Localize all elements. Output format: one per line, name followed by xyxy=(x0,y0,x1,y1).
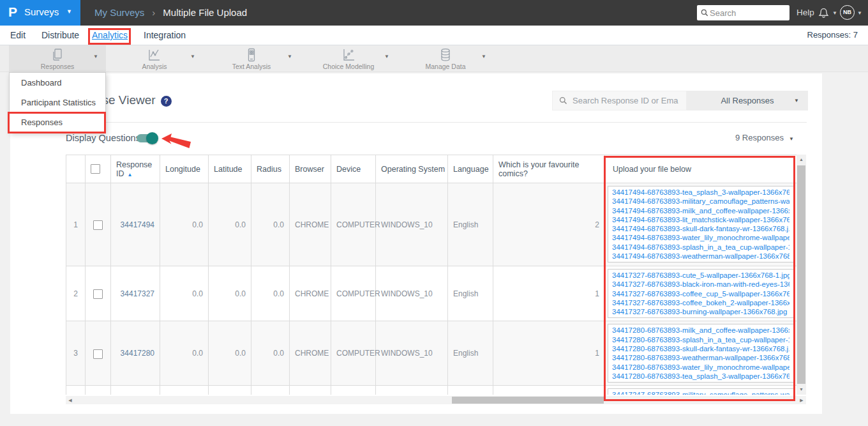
surveys-menu-button[interactable]: P Surveys ▼ xyxy=(0,0,80,26)
response-filter-dropdown[interactable]: All Responses ▼ xyxy=(687,91,808,110)
breadcrumb-my-surveys[interactable]: My Surveys xyxy=(94,7,144,18)
row-checkbox[interactable] xyxy=(93,220,103,230)
product-label: Surveys xyxy=(24,6,59,17)
scroll-up-icon[interactable]: ▲ xyxy=(797,155,806,165)
chevron-down-icon[interactable]: ▼ xyxy=(857,10,862,16)
toolbar-label: Responses xyxy=(9,63,106,70)
tab-integration[interactable]: Integration xyxy=(144,26,186,45)
file-link[interactable]: 34417280-68763893-skull-dark-fantasy-wr-… xyxy=(612,344,789,353)
row-checkbox-cell xyxy=(86,386,111,395)
browser-cell: CHROME xyxy=(290,321,331,386)
column-header-device[interactable]: Device xyxy=(331,155,376,183)
file-link[interactable]: 34417494-68763893-splash_in_a_tea_cup-wa… xyxy=(612,243,789,252)
row-checkbox-cell xyxy=(86,266,111,321)
menu-item-participant-statistics[interactable]: Participant Statistics xyxy=(10,93,105,112)
row-checkbox[interactable] xyxy=(93,289,103,299)
tab-analytics[interactable]: Analytics xyxy=(92,26,128,45)
file-link[interactable]: 34417494-68763893-skull-dark-fantasy-wr-… xyxy=(612,224,789,233)
file-link[interactable]: 34417247-68763893-military_camouflage_pa… xyxy=(612,390,789,395)
horizontal-scrollbar-thumb[interactable] xyxy=(452,397,604,404)
menu-item-responses[interactable]: Responses xyxy=(10,112,105,132)
chevron-down-icon[interactable]: ▼ xyxy=(190,54,195,59)
scroll-right-icon[interactable]: ▶ xyxy=(797,396,806,404)
browser-cell: CHROME xyxy=(290,183,331,266)
avatar[interactable]: NB xyxy=(840,5,855,20)
response-search-input[interactable] xyxy=(571,95,680,106)
responses-count-dropdown[interactable]: 9 Responses▼ xyxy=(735,133,794,142)
upload-files-cell: 34417494-68763893-tea_splash_3-wallpaper… xyxy=(605,183,797,266)
help-link[interactable]: Help xyxy=(797,0,814,26)
scroll-down-icon[interactable]: ▼ xyxy=(797,384,806,395)
chevron-down-icon[interactable]: ▼ xyxy=(832,10,837,16)
toolbar-responses[interactable]: ▼Responses xyxy=(9,45,106,72)
vertical-scrollbar[interactable]: ▲ ▼ xyxy=(797,155,806,395)
column-header-latitude[interactable]: Latitude xyxy=(209,155,251,183)
chevron-down-icon[interactable]: ▼ xyxy=(287,54,292,59)
toolbar-manage-data[interactable]: ▼Manage Data xyxy=(397,45,494,72)
file-link[interactable]: 34417280-68763893-water_lily_monochrome-… xyxy=(612,363,789,372)
radius-cell: 0.0 xyxy=(251,183,290,266)
file-link[interactable]: 34417327-68763893-coffee_cup_5-wallpaper… xyxy=(612,289,789,298)
tab-edit[interactable]: Edit xyxy=(10,26,26,45)
scroll-left-icon[interactable]: ◀ xyxy=(66,396,75,404)
response-id-cell[interactable] xyxy=(111,386,160,395)
toolbar-label: Text Analysis xyxy=(203,63,300,70)
file-link[interactable]: 34417494-68763893-milk_and_coffee-wallpa… xyxy=(612,206,789,215)
file-link[interactable]: 34417494-68763893-tea_splash_3-wallpaper… xyxy=(612,188,789,197)
horizontal-scrollbar[interactable]: ◀ ▶ xyxy=(66,396,806,404)
global-search-input[interactable] xyxy=(708,8,782,19)
menu-item-dashboard[interactable]: Dashboard xyxy=(10,73,105,93)
file-link[interactable]: 34417327-68763893-coffee_bokeh_2-wallpap… xyxy=(612,298,789,307)
upload-files-cell: 34417280-68763893-milk_and_coffee-wallpa… xyxy=(605,321,797,386)
column-header-comics-question[interactable]: Which is your favourite comics? xyxy=(493,155,605,183)
file-link[interactable]: 34417494-68763893-lit_matchstick-wallpap… xyxy=(612,215,789,224)
toolbar-analysis[interactable]: ▼Analysis xyxy=(106,45,203,72)
display-questions-label: Display Questions xyxy=(66,133,140,143)
file-link[interactable]: 34417280-68763893-tea_splash_3-wallpaper… xyxy=(612,372,789,381)
column-header-response-id[interactable]: Response ID▲ xyxy=(111,155,160,183)
column-header-radius[interactable]: Radius xyxy=(251,155,290,183)
column-header-upload-file[interactable]: Upload your file below xyxy=(605,155,797,183)
file-link[interactable]: 34417494-68763893-water_lily_monochrome-… xyxy=(612,233,789,242)
chevron-down-icon[interactable]: ▼ xyxy=(384,54,389,59)
display-questions-toggle[interactable] xyxy=(137,134,156,142)
file-link[interactable]: 34417280-68763893-splash_in_a_tea_cup-wa… xyxy=(612,335,789,344)
file-link[interactable]: 34417327-68763893-cute_5-wallpaper-1366x… xyxy=(612,271,789,280)
column-header-os[interactable]: Operating System xyxy=(376,155,448,183)
global-search[interactable] xyxy=(697,5,789,20)
chevron-down-icon[interactable]: ▼ xyxy=(481,54,486,59)
uploaded-files-box: 34417280-68763893-milk_and_coffee-wallpa… xyxy=(608,324,794,383)
file-link[interactable]: 34417494-68763893-weatherman-wallpaper-1… xyxy=(612,252,789,261)
toggle-knob xyxy=(146,132,158,144)
toolbar-text-analysis[interactable]: ▼Text Analysis xyxy=(203,45,300,72)
response-search[interactable] xyxy=(552,91,687,110)
select-all-header xyxy=(86,155,111,183)
tab-distribute[interactable]: Distribute xyxy=(41,26,79,45)
device-cell: COMPUTER xyxy=(331,183,376,266)
column-header-browser[interactable]: Browser xyxy=(290,155,331,183)
divider xyxy=(26,122,807,123)
response-id-cell[interactable]: 34417280 xyxy=(111,321,160,386)
vertical-scrollbar-thumb[interactable] xyxy=(797,165,805,384)
response-id-cell[interactable]: 34417494 xyxy=(111,183,160,266)
notifications-bell-icon[interactable] xyxy=(818,6,830,22)
response-id-cell[interactable]: 34417327 xyxy=(111,266,160,321)
row-checkbox[interactable] xyxy=(93,349,103,359)
latitude-cell: 0.0 xyxy=(209,266,251,321)
toolbar-choice-modelling[interactable]: ▼Choice Modelling xyxy=(300,45,397,72)
column-header-longitude[interactable]: Longitude xyxy=(160,155,209,183)
chevron-down-icon: ▼ xyxy=(789,136,794,142)
file-link[interactable]: 34417327-68763893-burning-wallpaper-1366… xyxy=(612,307,789,316)
file-link[interactable]: 34417280-68763893-weatherman-wallpaper-1… xyxy=(612,353,789,362)
column-header-language[interactable]: Language xyxy=(448,155,493,183)
help-question-icon[interactable]: ? xyxy=(161,96,172,107)
file-link[interactable]: 34417280-68763893-milk_and_coffee-wallpa… xyxy=(612,326,789,335)
breadcrumb-page-title: Multiple File Upload xyxy=(163,7,247,18)
file-link[interactable]: 34417327-68763893-black-iron-man-with-re… xyxy=(612,280,789,289)
latitude-cell xyxy=(209,386,251,395)
chevron-down-icon[interactable]: ▼ xyxy=(93,54,98,59)
file-link[interactable]: 34417494-68763893-military_camouflage_pa… xyxy=(612,197,789,206)
device-cell: COMPUTER xyxy=(331,321,376,386)
responses-count-badge[interactable]: Responses: 7 xyxy=(807,26,858,45)
select-all-checkbox[interactable] xyxy=(91,164,100,174)
